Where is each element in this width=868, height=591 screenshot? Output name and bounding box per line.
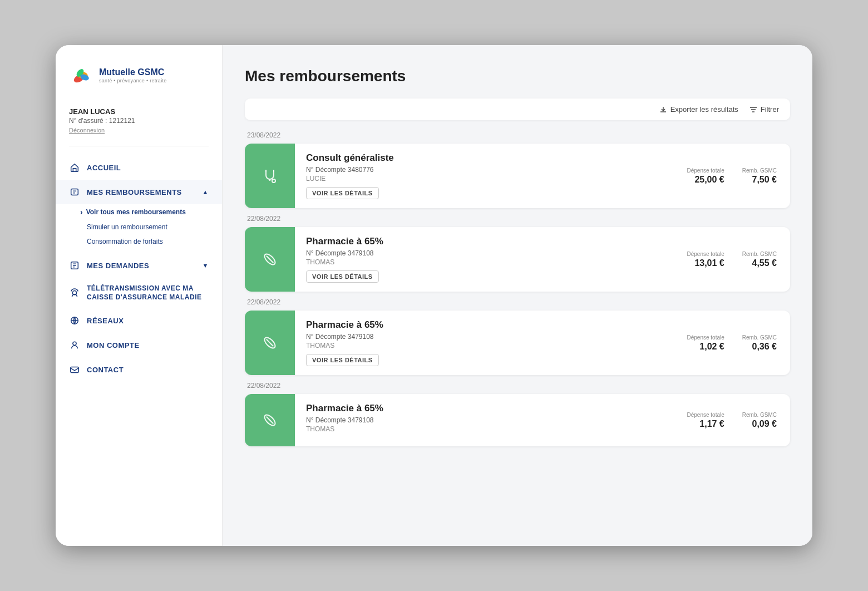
filter-label: Filtrer [761,105,779,114]
pill-icon-1 [260,250,279,269]
date-label-2: 22/08/2022 [245,298,790,306]
depense-group-2: Dépense totale 1,02 € [687,334,724,352]
card-icon-area-1 [245,227,295,292]
sidebar-item-contact-label: CONTACT [87,366,124,374]
card-title-1: Pharmacie à 65% [306,236,662,247]
depense-value-0: 25,00 € [687,175,724,185]
remb-label-1: Remb. GSMC [742,251,777,257]
card-decompte-2: N° Décompte 3479108 [306,333,662,341]
remb-value-1: 4,55 € [742,258,777,268]
card-icon-area-2 [245,311,295,375]
sidebar-item-demandes[interactable]: MES DEMANDES ▼ [56,253,222,278]
filter-button[interactable]: Filtrer [749,105,779,114]
contact-icon [69,364,80,375]
export-label: Exporter les résultats [670,105,738,114]
home-icon [69,162,80,173]
user-info: JEAN LUCAS N° d'assuré : 1212121 Déconne… [56,101,222,137]
details-button-0[interactable]: VOIR LES DÉTAILS [306,187,379,199]
depense-label-0: Dépense totale [687,168,724,174]
page-title: Mes remboursements [245,67,790,85]
export-button[interactable]: Exporter les résultats [659,105,738,114]
chevron-up-icon: ▲ [203,189,209,195]
card-amounts-0: Dépense totale 25,00 € Remb. GSMC 7,50 € [673,144,790,208]
remb-value-2: 0,36 € [742,342,777,352]
date-label-0: 23/08/2022 [245,131,790,139]
remboursements-submenu: Voir tous mes remboursements Simuler un … [56,204,222,253]
remb-label-0: Remb. GSMC [742,168,777,174]
card-body-0: Consult généraliste N° Décompte 3480776 … [295,144,673,208]
remb-label-2: Remb. GSMC [742,334,777,341]
sidebar-item-teletransmission[interactable]: TÉLÉTRANSMISSION AVEC MA CAISSE D'ASSURA… [56,278,222,308]
card-body-3: Pharmacie à 65% N° Décompte 3479108 THOM… [295,394,673,446]
reimbursement-card-2: Pharmacie à 65% N° Décompte 3479108 THOM… [245,311,790,375]
depense-value-3: 1,17 € [687,419,724,429]
submenu-voir-remboursements[interactable]: Voir tous mes remboursements [56,204,222,220]
remb-group-2: Remb. GSMC 0,36 € [742,334,777,352]
submenu-simuler[interactable]: Simuler un remboursement [56,220,222,234]
remb-icon [69,186,80,198]
card-icon-area-0 [245,144,295,208]
logo-area: Mutuelle GSMC santé • prévoyance • retra… [56,63,222,101]
svg-rect-9 [71,367,78,373]
card-person-0: LUCIE [306,175,662,183]
remb-value-3: 0,09 € [742,419,777,429]
card-body-1: Pharmacie à 65% N° Décompte 3479108 THOM… [295,227,673,292]
tele-icon [69,288,80,299]
details-button-1[interactable]: VOIR LES DÉTAILS [306,270,379,283]
reimbursement-card-3: Pharmacie à 65% N° Décompte 3479108 THOM… [245,394,790,446]
details-button-2[interactable]: VOIR LES DÉTAILS [306,354,379,366]
section-2022-08-23: 23/08/2022 Consult généraliste N° Décomp… [245,131,790,208]
depense-label-2: Dépense totale [687,334,724,341]
logout-link[interactable]: Déconnexion [69,127,105,134]
date-label-1: 22/08/2022 [245,215,790,223]
reimbursement-card-1: Pharmacie à 65% N° Décompte 3479108 THOM… [245,227,790,292]
card-title-3: Pharmacie à 65% [306,403,662,414]
amounts-row-2: Dépense totale 1,02 € Remb. GSMC 0,36 € [687,334,777,352]
date-label-3: 22/08/2022 [245,382,790,390]
main-content: Mes remboursements Exporter les résultat… [223,45,812,546]
user-name: JEAN LUCAS [69,107,209,116]
sidebar-item-reseaux[interactable]: RÉSEAUX [56,308,222,333]
depense-value-1: 13,01 € [687,258,724,268]
card-person-3: THOMAS [306,425,662,433]
browser-frame: Mutuelle GSMC santé • prévoyance • retra… [56,45,812,546]
card-person-2: THOMAS [306,342,662,349]
remb-group-1: Remb. GSMC 4,55 € [742,251,777,268]
amounts-row-1: Dépense totale 13,01 € Remb. GSMC 4,55 € [687,251,777,268]
pill-icon-3 [260,411,279,430]
sidebar-item-contact[interactable]: CONTACT [56,357,222,382]
sidebar-item-remboursements[interactable]: MES REMBOURSEMENTS ▲ [56,180,222,204]
stethoscope-icon [260,166,279,185]
remb-label-3: Remb. GSMC [742,412,777,418]
card-amounts-2: Dépense totale 1,02 € Remb. GSMC 0,36 € [673,311,790,375]
svg-point-10 [272,179,275,183]
sidebar-item-demandes-label: MES DEMANDES [87,262,149,270]
remb-group-0: Remb. GSMC 7,50 € [742,168,777,185]
depense-group-1: Dépense totale 13,01 € [687,251,724,268]
sidebar-item-mon-compte[interactable]: MON COMPTE [56,333,222,357]
nav-divider [69,146,209,146]
remb-value-0: 7,50 € [742,175,777,185]
card-decompte-3: N° Décompte 3479108 [306,416,662,424]
logo-text: Mutuelle GSMC santé • prévoyance • retra… [99,67,167,83]
filter-icon [749,106,757,114]
brand-tagline: santé • prévoyance • retraite [99,78,167,83]
card-amounts-1: Dépense totale 13,01 € Remb. GSMC 4,55 € [673,227,790,292]
demandes-icon [69,260,80,271]
depense-value-2: 1,02 € [687,342,724,352]
submenu-consommation[interactable]: Consommation de forfaits [56,234,222,249]
reimbursement-card-0: Consult généraliste N° Décompte 3480776 … [245,144,790,208]
card-title-0: Consult généraliste [306,152,662,164]
svg-point-8 [73,342,76,345]
card-title-2: Pharmacie à 65% [306,319,662,331]
brand-name: Mutuelle GSMC [99,67,167,77]
amounts-row-0: Dépense totale 25,00 € Remb. GSMC 7,50 € [687,168,777,185]
section-2022-08-22-b: 22/08/2022 Pharmacie à 65% N° Décompte 3… [245,298,790,375]
depense-label-1: Dépense totale [687,251,724,257]
svg-rect-4 [71,189,78,195]
sidebar-item-accueil-label: ACCUEIL [87,164,121,172]
depense-label-3: Dépense totale [687,412,724,418]
section-2022-08-22-c: 22/08/2022 Pharmacie à 65% N° Décompte 3… [245,382,790,446]
sidebar-item-accueil[interactable]: ACCUEIL [56,155,222,180]
card-body-2: Pharmacie à 65% N° Décompte 3479108 THOM… [295,311,673,375]
